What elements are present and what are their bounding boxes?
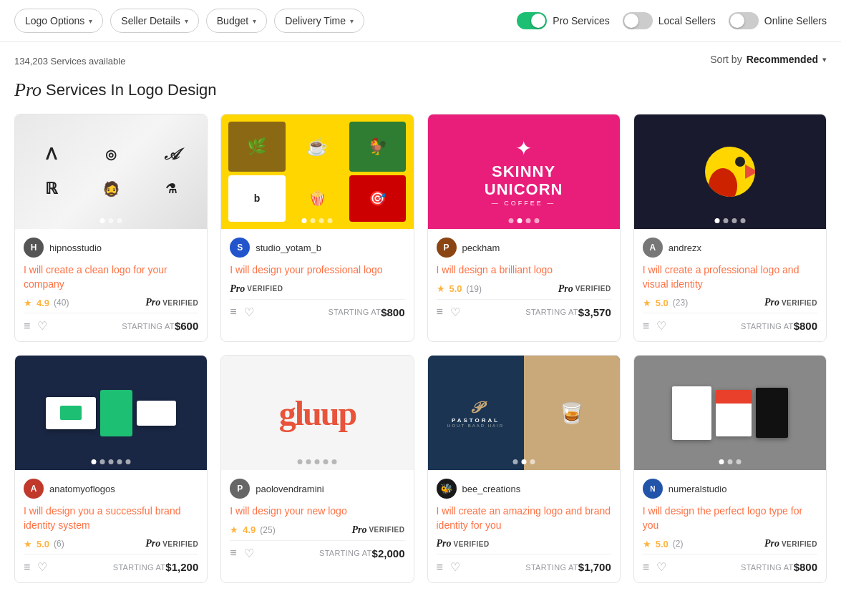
gig-title-8[interactable]: I will design the perfect logo type for …: [643, 504, 817, 532]
card-footer-1: ≡ ♡ STARTING AT $600: [24, 313, 198, 333]
yellow-items: 🌿 ☕ 🐓 b 🍿 🎯: [221, 114, 413, 229]
gig-title-1[interactable]: I will create a clean logo for your comp…: [24, 263, 198, 291]
starting-at-label: STARTING AT: [122, 322, 175, 331]
dot: [723, 218, 728, 223]
menu-icon[interactable]: ≡: [230, 305, 236, 318]
seller-details-filter[interactable]: Seller Details ▾: [110, 9, 198, 33]
logo-options-filter[interactable]: Logo Options ▾: [14, 9, 103, 33]
carousel-dots: [100, 218, 122, 223]
review-count-6: (25): [260, 525, 275, 535]
section-title: Pro Services In Logo Design: [14, 79, 827, 101]
menu-icon[interactable]: ≡: [643, 320, 649, 333]
gig-card-4[interactable]: A andrezx I will create a professional l…: [633, 114, 827, 342]
heart-icon[interactable]: ♡: [244, 547, 254, 560]
delivery-time-filter[interactable]: Delivery Time ▾: [274, 9, 364, 33]
starting-at-label: STARTING AT: [113, 563, 166, 572]
dot: [508, 218, 513, 223]
menu-icon[interactable]: ≡: [437, 561, 443, 574]
pro-script-badge: Pro: [145, 297, 160, 308]
heart-icon[interactable]: ♡: [656, 319, 666, 333]
card-image-7: 𝒫 PASTORAL HOUT BAAR HAIR 🥃: [428, 356, 620, 470]
gig-title-2[interactable]: I will design your professional logo: [230, 263, 404, 278]
seller-name-8: numeralstudio: [669, 484, 727, 494]
rating-5: 5.0: [37, 539, 49, 549]
gig-card-2[interactable]: 🌿 ☕ 🐓 b 🍿 🎯 S studio_yotam_b: [220, 114, 414, 342]
gig-title-7[interactable]: I will create an amazing logo and brand …: [437, 504, 611, 532]
heart-icon[interactable]: ♡: [450, 560, 460, 574]
rating-3: 5.0: [449, 283, 462, 294]
yg-item-2: ☕: [289, 122, 346, 172]
rating-row-4: ★ 5.0 (23) Pro VERIFIED: [643, 297, 817, 308]
section-title-text: Services In Logo Design: [46, 81, 216, 99]
gig-card-8[interactable]: N numeralstudio I will design the perfec…: [633, 355, 827, 583]
dot: [530, 459, 535, 464]
gig-card-3[interactable]: ✦ SKINNYUNICORN — COFFEE — P peckham I w…: [427, 114, 621, 342]
dot: [100, 459, 105, 464]
verified-text: VERIFIED: [575, 285, 611, 293]
local-sellers-toggle[interactable]: [623, 12, 653, 29]
dot: [117, 218, 122, 223]
yg-item-1: 🌿: [228, 122, 285, 172]
gig-card-7[interactable]: 𝒫 PASTORAL HOUT BAAR HAIR 🥃 🐝 be: [427, 355, 621, 583]
price-4: $800: [794, 320, 817, 332]
footer-icons-5: ≡ ♡: [24, 560, 47, 574]
logo-r: ℝ: [24, 175, 78, 203]
dot: [109, 459, 114, 464]
heart-icon[interactable]: ♡: [244, 305, 254, 319]
heart-icon[interactable]: ♡: [37, 560, 47, 574]
price-3: $3,570: [578, 306, 611, 318]
seller-name-4: andrezx: [669, 243, 701, 253]
rating-row-7: Pro VERIFIED: [437, 538, 611, 549]
pro-badge-8: Pro VERIFIED: [764, 538, 817, 549]
starting-at-label: STARTING AT: [319, 549, 372, 557]
gig-card-5[interactable]: A anatomyoflogos I will design you a suc…: [14, 355, 208, 583]
seller-name-7: bee_creations: [462, 484, 521, 494]
bird-logo: [705, 147, 755, 197]
menu-icon[interactable]: ≡: [24, 561, 30, 574]
star-icon: ★: [24, 298, 32, 308]
services-count: 134,203 Services available: [14, 56, 125, 67]
card-footer-2: ≡ ♡ STARTING AT $800: [230, 299, 404, 319]
seller-row-3: P peckham: [437, 238, 611, 258]
menu-icon[interactable]: ≡: [24, 320, 30, 333]
menu-icon[interactable]: ≡: [230, 547, 236, 559]
review-count-1: (40): [54, 298, 69, 308]
skinny-unicorn-logo: ✦ SKINNYUNICORN — COFFEE —: [485, 137, 563, 206]
rating-row-6: ★ 4.9 (25) Pro VERIFIED: [230, 524, 404, 536]
sort-by[interactable]: Sort by Recommended ▾: [710, 54, 827, 65]
price-8: $800: [794, 561, 817, 573]
gig-card-1[interactable]: Ʌ ◎ 𝒜 ℝ 🧔 ⚗ H hipnosstudio I: [14, 114, 208, 342]
local-sellers-label: Local Sellers: [658, 15, 716, 26]
gig-grid: Ʌ ◎ 𝒜 ℝ 🧔 ⚗ H hipnosstudio I: [14, 114, 827, 583]
carousel-dots-5: [92, 459, 131, 464]
dot: [740, 218, 745, 223]
card-footer-7: ≡ ♡ STARTING AT $1,700: [437, 554, 611, 574]
logo-a: Ʌ: [24, 140, 78, 169]
footer-icons-1: ≡ ♡: [24, 319, 47, 333]
gig-title-3[interactable]: I will design a brilliant logo: [437, 263, 611, 278]
online-sellers-toggle[interactable]: [729, 12, 759, 29]
menu-icon[interactable]: ≡: [643, 561, 649, 574]
heart-icon[interactable]: ♡: [656, 560, 666, 574]
yg-item-6: 🎯: [349, 175, 406, 223]
dot: [719, 459, 724, 464]
pro-services-toggle[interactable]: [517, 12, 547, 29]
dot: [302, 218, 307, 223]
heart-icon[interactable]: ♡: [450, 305, 460, 319]
gig-title-4[interactable]: I will create a professional logo and vi…: [643, 263, 817, 291]
pro-badge-6: Pro VERIFIED: [351, 524, 404, 536]
online-sellers-toggle-group: Online Sellers: [729, 12, 827, 29]
gig-title-6[interactable]: I will design your new logo: [230, 504, 404, 519]
menu-icon[interactable]: ≡: [437, 305, 443, 318]
chevron-down-icon: ▾: [350, 17, 354, 25]
stat-white2: [716, 390, 752, 436]
verified-text: VERIFIED: [162, 299, 198, 307]
brand-card-green: [100, 390, 132, 436]
heart-icon[interactable]: ♡: [37, 319, 47, 333]
budget-filter[interactable]: Budget ▾: [206, 9, 267, 33]
dot: [117, 459, 122, 464]
gig-title-5[interactable]: I will design you a successful brand ide…: [24, 504, 198, 532]
card-footer-4: ≡ ♡ STARTING AT $800: [643, 313, 817, 333]
gig-card-6[interactable]: gluup P paolovendramini I will design yo…: [220, 355, 414, 583]
rating-row-5: ★ 5.0 (6) Pro VERIFIED: [24, 538, 198, 549]
